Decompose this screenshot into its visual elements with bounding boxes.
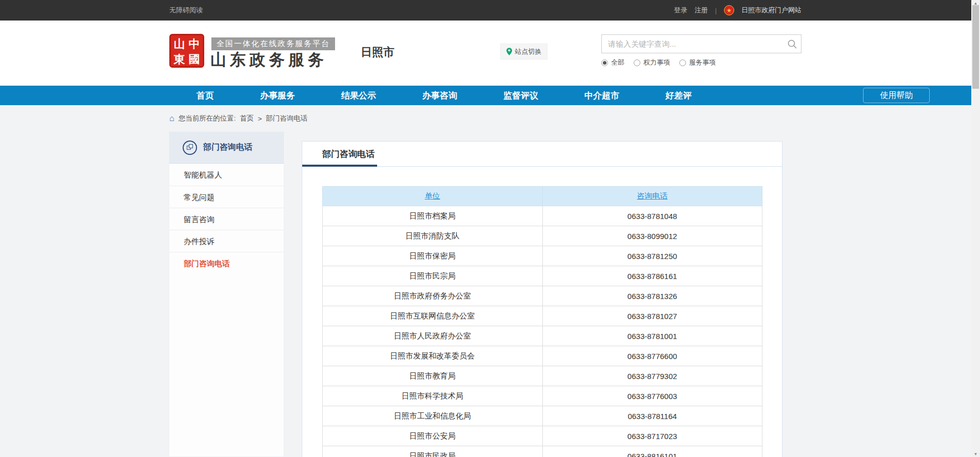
site-switch-button[interactable]: 站点切换: [500, 44, 547, 59]
table-row: 日照市公安局0633-8717023: [323, 426, 762, 446]
radio-icon[interactable]: [679, 59, 686, 66]
shandong-china-seal-logo: 山中東國: [169, 34, 204, 68]
department-name-cell: 日照市民政局: [323, 446, 543, 457]
radio-icon[interactable]: [634, 59, 640, 66]
topbar-divider: |: [715, 7, 717, 14]
department-name-cell: 日照市人民政府办公室: [323, 326, 543, 346]
table-row: 日照市工业和信息化局0633-8781164: [323, 406, 762, 426]
phone-number-cell: 0633-8779302: [542, 366, 762, 386]
filter-label: 全部: [611, 58, 624, 67]
login-link[interactable]: 登录: [674, 6, 688, 15]
department-name-cell: 日照市工业和信息化局: [323, 406, 543, 426]
seal-char: 國: [187, 52, 202, 67]
breadcrumb: ⌂ 您当前所在的位置: 首页 > 部门咨询电话: [169, 114, 307, 123]
nav-item-0[interactable]: 首页: [187, 90, 223, 102]
table-column-header[interactable]: 咨询电话: [542, 187, 762, 206]
sidebar-item-3[interactable]: 办件投诉: [169, 230, 284, 252]
department-name-cell: 日照市保密局: [323, 246, 543, 266]
main-nav: 首页办事服务结果公示办事咨询监督评议中介超市好差评 使用帮助: [0, 86, 980, 105]
city-name: 日照市: [361, 45, 395, 60]
department-name-cell: 日照市公安局: [323, 426, 543, 446]
table-row: 日照市民宗局0633-8786161: [323, 266, 762, 286]
department-name-cell: 日照市科学技术局: [323, 386, 543, 406]
phone-number-cell: 0633-8776003: [542, 386, 762, 406]
table-row: 日照市民政局0633-8816101: [323, 446, 762, 457]
department-name-cell: 日照市民宗局: [323, 266, 543, 286]
department-name-cell: 日照市教育局: [323, 366, 543, 386]
phone-number-cell: 0633-8781164: [542, 406, 762, 426]
phone-number-cell: 0633-8781326: [542, 286, 762, 306]
breadcrumb-current: 部门咨询电话: [266, 114, 307, 123]
phone-number-cell: 0633-8776600: [542, 346, 762, 366]
department-name-cell: 日照市政府侨务办公室: [323, 286, 543, 306]
sidebar-item-2[interactable]: 留言咨询: [169, 208, 284, 230]
table-row: 日照市人民政府办公室0633-8781001: [323, 326, 762, 346]
seal-char: 中: [187, 36, 202, 52]
seal-char: 山: [172, 36, 187, 52]
platform-badge: 全国一体化在线政务服务平台: [211, 37, 335, 50]
department-name-cell: 日照市发展和改革委员会: [323, 346, 543, 366]
tab-department-phones[interactable]: 部门咨询电话: [322, 142, 375, 167]
scrollbar-down-arrow[interactable]: ▼: [971, 451, 980, 457]
scrollbar-thumb[interactable]: [972, 5, 979, 89]
sidebar-item-4[interactable]: 部门咨询电话: [169, 252, 284, 274]
phone-number-cell: 0633-8786161: [542, 266, 762, 286]
content-panel: 部门咨询电话 单位咨询电话 日照市档案局0633-8781048日照市消防支队0…: [302, 141, 782, 457]
nav-item-6[interactable]: 好差评: [656, 90, 701, 102]
department-name-cell: 日照市互联网信息办公室: [323, 306, 543, 326]
nav-item-3[interactable]: 办事咨询: [413, 90, 466, 102]
breadcrumb-home-link[interactable]: 首页: [240, 114, 253, 123]
phone-number-cell: 0633-8816101: [542, 446, 762, 457]
nav-item-4[interactable]: 监督评议: [494, 90, 547, 102]
location-pin-icon: [506, 48, 512, 55]
table-row: 日照市互联网信息办公室0633-8781027: [323, 306, 762, 326]
search-icon[interactable]: [783, 39, 801, 49]
phone-number-cell: 0633-8099012: [542, 226, 762, 246]
search-input[interactable]: [602, 39, 783, 48]
table-row: 日照市保密局0633-8781250: [323, 246, 762, 266]
phone-number-cell: 0633-8717023: [542, 426, 762, 446]
table-row: 日照市教育局0633-8779302: [323, 366, 762, 386]
nav-item-1[interactable]: 办事服务: [251, 90, 304, 102]
sidebar-item-1[interactable]: 常见问题: [169, 186, 284, 208]
nav-item-5[interactable]: 中介超市: [575, 90, 629, 102]
brand-title: 山东政务服务: [210, 49, 327, 71]
table-row: 日照市科学技术局0633-8776003: [323, 386, 762, 406]
phone-number-cell: 0633-8781250: [542, 246, 762, 266]
sidebar-title: 部门咨询电话: [203, 142, 252, 153]
radio-selected-icon[interactable]: [601, 59, 608, 66]
breadcrumb-separator: >: [258, 115, 262, 123]
seal-char: 東: [172, 52, 187, 67]
search-filter-2[interactable]: 服务事项: [679, 58, 716, 67]
search-area: 全部权力事项服务事项: [601, 34, 801, 67]
search-filter-1[interactable]: 权力事项: [634, 58, 670, 67]
sidebar-item-0[interactable]: 智能机器人: [169, 164, 284, 186]
table-column-header[interactable]: 单位: [323, 187, 543, 206]
table-row: 日照市发展和改革委员会0633-8776600: [323, 346, 762, 366]
page-scrollbar[interactable]: ▲ ▼: [971, 0, 980, 457]
phone-number-cell: 0633-8781048: [542, 206, 762, 226]
pages-icon: [183, 141, 197, 155]
accessibility-link[interactable]: 无障碍阅读: [169, 6, 203, 15]
site-switch-label: 站点切换: [515, 47, 542, 56]
phone-table: 单位咨询电话 日照市档案局0633-8781048日照市消防支队0633-809…: [322, 186, 762, 457]
site-header: 山中東國 全国一体化在线政务服务平台 山东政务服务 日照市 站点切换 全部权力事…: [0, 21, 980, 86]
filter-label: 权力事项: [643, 58, 670, 67]
phone-table-wrap: 单位咨询电话 日照市档案局0633-8781048日照市消防支队0633-809…: [322, 186, 762, 457]
sidebar: 部门咨询电话 智能机器人常见问题留言咨询办件投诉部门咨询电话: [169, 131, 284, 457]
home-icon: ⌂: [169, 114, 174, 123]
national-emblem-icon: ★: [724, 5, 734, 15]
department-name-cell: 日照市消防支队: [323, 226, 543, 246]
search-filter-radios: 全部权力事项服务事项: [601, 58, 801, 67]
table-row: 日照市消防支队0633-8099012: [323, 226, 762, 246]
nav-item-2[interactable]: 结果公示: [332, 90, 385, 102]
top-utility-bar: 无障碍阅读 登录 注册 | ★ 日照市政府门户网站: [0, 0, 980, 21]
portal-site-link[interactable]: 日照市政府门户网站: [741, 6, 801, 15]
table-row: 日照市政府侨务办公室0633-8781326: [323, 286, 762, 306]
department-name-cell: 日照市档案局: [323, 206, 543, 226]
help-button[interactable]: 使用帮助: [863, 88, 930, 103]
table-row: 日照市档案局0633-8781048: [323, 206, 762, 226]
sidebar-header: 部门咨询电话: [169, 132, 284, 164]
search-filter-0[interactable]: 全部: [601, 58, 624, 67]
register-link[interactable]: 注册: [695, 6, 708, 15]
